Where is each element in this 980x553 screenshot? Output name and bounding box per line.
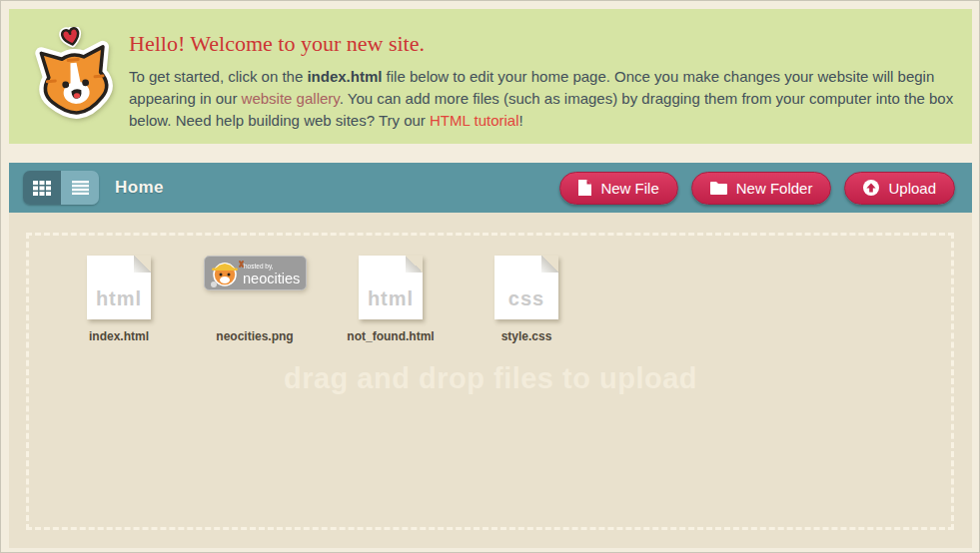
file-grid: html index.html hosted by, (51, 256, 594, 343)
file-ext-text: html (87, 287, 151, 310)
file-name: neocities.png (216, 329, 293, 343)
list-view-button[interactable] (61, 171, 99, 205)
view-toggle-group (23, 171, 99, 205)
file-name: index.html (89, 329, 149, 343)
new-file-button[interactable]: New File (559, 172, 677, 205)
file-manager-toolbar: Home New File New Folder Upload (9, 163, 972, 213)
intro-part4: ! (518, 112, 522, 129)
file-name: style.css (501, 329, 552, 343)
html-tutorial-link[interactable]: HTML tutorial (430, 112, 518, 129)
grid-view-icon (33, 181, 51, 196)
website-gallery-link[interactable]: website gallery (242, 90, 340, 107)
grid-view-button[interactable] (23, 171, 61, 205)
html-file-icon: html (87, 256, 151, 319)
new-file-label: New File (600, 180, 658, 197)
file-ext-text: css (494, 287, 558, 310)
neocities-dashboard: { "banner": { "heading": "Hello! Welcome… (0, 0, 980, 553)
file-ext-text: html (359, 287, 423, 310)
file-item-style-css[interactable]: css style.css (459, 256, 594, 343)
page-fold-corner (406, 256, 423, 273)
new-folder-button[interactable]: New Folder (691, 172, 832, 205)
current-folder-title: Home (115, 178, 164, 198)
file-item-not-found-html[interactable]: html not_found.html (323, 256, 459, 343)
new-file-icon (578, 180, 591, 196)
upload-label: Upload (888, 180, 936, 197)
upload-button[interactable]: Upload (844, 172, 955, 205)
welcome-paragraph: To get started, click on the index.html … (129, 66, 972, 132)
css-file-icon: css (494, 256, 558, 319)
page-fold-corner (134, 256, 151, 273)
welcome-banner: Hello! Welcome to your new site. To get … (9, 9, 972, 144)
html-file-icon: html (359, 256, 423, 319)
badge-neocities-text: neocities (243, 271, 300, 286)
new-folder-label: New Folder (736, 180, 813, 197)
neocities-png-thumbnail: hosted by, neocities (204, 256, 307, 290)
file-item-neocities-png[interactable]: hosted by, neocities neocities.png (187, 256, 323, 343)
file-drop-zone[interactable]: html index.html hosted by, (9, 213, 972, 548)
upload-arrow-icon (863, 180, 879, 196)
neocities-cat-logo (25, 27, 125, 131)
file-item-index-html[interactable]: html index.html (51, 256, 187, 343)
intro-part1: To get started, click on the (129, 68, 307, 85)
list-view-icon (72, 181, 89, 195)
welcome-text-block: Hello! Welcome to your new site. To get … (129, 31, 972, 144)
badge-hosted-by-text: hosted by, (244, 263, 274, 271)
file-name: not_found.html (347, 329, 434, 343)
page-fold-corner (541, 256, 558, 273)
welcome-heading: Hello! Welcome to your new site. (129, 31, 972, 57)
new-folder-icon (710, 181, 727, 195)
index-html-mention: index.html (307, 68, 382, 85)
toolbar-actions: New File New Folder Upload (559, 172, 955, 205)
